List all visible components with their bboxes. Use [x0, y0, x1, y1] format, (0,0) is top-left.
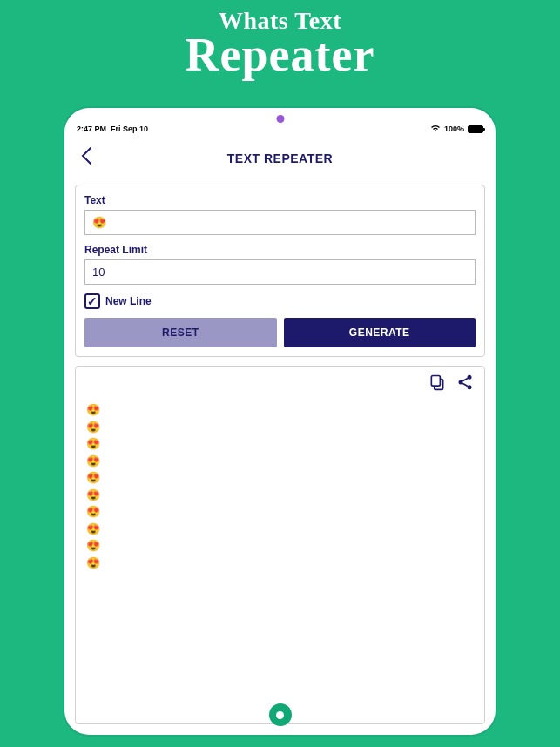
svg-point-4: [468, 385, 472, 389]
reset-button[interactable]: RESET: [84, 318, 277, 347]
output-line: 😍: [86, 435, 474, 453]
status-date: Fri Sep 10: [111, 124, 148, 133]
svg-rect-1: [431, 376, 440, 387]
text-input[interactable]: [84, 210, 476, 235]
repeat-limit-input[interactable]: [84, 259, 476, 285]
status-bar: 2:47 PM Fri Sep 10 100%: [64, 108, 496, 138]
wifi-icon: [430, 124, 441, 134]
input-form: Text Repeat Limit ✓ New Line RESET GENER…: [75, 185, 485, 357]
output-panel: 😍😍😍😍😍😍😍😍😍😍: [75, 366, 485, 724]
status-time: 2:47 PM: [77, 124, 106, 133]
status-battery-text: 100%: [444, 124, 464, 133]
svg-point-2: [468, 375, 472, 380]
output-line: 😍: [86, 537, 474, 555]
newline-label: New Line: [105, 295, 152, 307]
svg-line-6: [462, 383, 468, 386]
output-line: 😍: [86, 503, 474, 521]
device-frame: 2:47 PM Fri Sep 10 100% TEXT REPEATER Te…: [64, 108, 496, 735]
app-header: TEXT REPEATER: [64, 138, 496, 179]
page-title: TEXT REPEATER: [227, 151, 333, 165]
output-line: 😍: [86, 401, 474, 419]
home-button[interactable]: [269, 703, 292, 726]
svg-point-3: [459, 380, 463, 385]
newline-checkbox[interactable]: ✓: [84, 293, 100, 309]
repeat-label: Repeat Limit: [84, 244, 476, 256]
camera-dot: [276, 115, 284, 123]
share-icon[interactable]: [456, 374, 474, 394]
copy-icon[interactable]: [428, 374, 446, 394]
back-button[interactable]: [77, 146, 96, 171]
text-label: Text: [84, 194, 476, 206]
promo-line2: Repeater: [0, 31, 560, 78]
promo-heading: Whats Text Repeater: [0, 0, 560, 78]
output-line: 😍: [86, 419, 474, 436]
generate-button[interactable]: GENERATE: [284, 318, 476, 347]
output-line: 😍: [86, 555, 474, 572]
output-line: 😍: [86, 487, 474, 504]
battery-icon: [468, 125, 483, 133]
svg-line-5: [462, 378, 468, 380]
output-line: 😍: [86, 453, 474, 470]
output-content: 😍😍😍😍😍😍😍😍😍😍: [76, 398, 484, 723]
output-line: 😍: [86, 521, 474, 538]
output-line: 😍: [86, 469, 474, 487]
